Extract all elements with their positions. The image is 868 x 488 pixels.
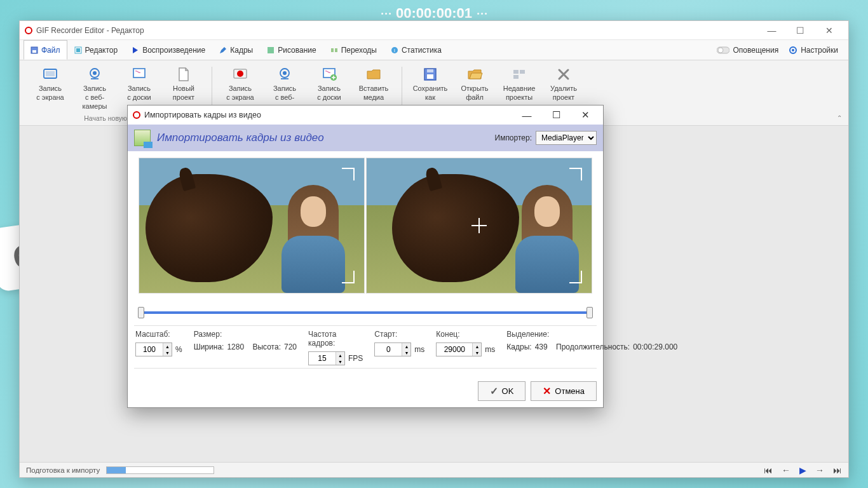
preview-right[interactable] (366, 158, 592, 294)
dialog-titlebar[interactable]: Импортировать кадры из видео — ☐ ✕ (128, 105, 603, 125)
status-text: Подготовка к импорту (26, 466, 100, 474)
draw-icon (267, 46, 275, 54)
dialog-header: Импортировать кадры из видео Импортер: M… (128, 125, 603, 151)
ribbon-save-as[interactable]: Сохранить как (409, 63, 452, 104)
svg-point-10 (718, 48, 723, 53)
crop-corner-icon (342, 168, 355, 180)
tab-file[interactable]: Файл (24, 40, 67, 60)
pencil-icon (219, 46, 227, 54)
crop-corner-icon (342, 271, 355, 283)
ribbon-collapse-button[interactable]: ⌃ (837, 114, 842, 121)
importer-select[interactable]: MediaPlayer (536, 131, 597, 145)
screen-rec-icon (232, 66, 248, 83)
ribbon-delete-project[interactable]: Удалить проект (542, 63, 585, 104)
notifications-button[interactable]: Оповещения (717, 46, 778, 55)
app-icon (25, 27, 32, 34)
check-icon: ✓ (490, 385, 498, 397)
end-input[interactable] (437, 343, 472, 356)
size-label: Размер: (194, 330, 297, 339)
status-progress (106, 466, 214, 474)
window-close-button[interactable]: ✕ (815, 22, 843, 39)
crop-corner-icon (569, 168, 582, 180)
svg-rect-4 (268, 47, 274, 53)
save-icon (31, 46, 38, 54)
params-bar: Масштаб: ▲▼ % Размер: Ширина: 1280 Высот… (134, 325, 597, 369)
scale-spinner[interactable]: ▲▼ (135, 342, 172, 356)
dialog-minimize-button[interactable]: — (518, 107, 536, 123)
dialog-maximize-button[interactable]: ☐ (547, 107, 565, 123)
info-icon: i (391, 46, 398, 54)
ok-button[interactable]: ✓ OK (478, 381, 526, 401)
settings-button[interactable]: Настройки (789, 46, 838, 55)
gear-icon (789, 46, 797, 55)
preview-row (134, 158, 597, 294)
screen-icon (42, 66, 58, 83)
tab-frames[interactable]: Кадры (212, 40, 260, 60)
status-bar: Подготовка к импорту ⏮ ← ▶ → ⏭ (20, 462, 848, 477)
ribbon-webcam-record[interactable]: Запись с веб-камеры (73, 63, 116, 112)
nav-last-button[interactable]: ⏭ (833, 465, 842, 475)
window-minimize-button[interactable]: — (757, 22, 786, 39)
scale-input[interactable] (136, 343, 163, 356)
svg-rect-17 (133, 69, 145, 78)
fps-spinner[interactable]: ▲▼ (308, 351, 345, 365)
editor-icon (74, 46, 82, 54)
dialog-close-button[interactable]: ✕ (576, 107, 594, 123)
svg-rect-26 (427, 69, 433, 72)
fps-input[interactable] (309, 352, 336, 365)
importer-label: Импортер: (495, 133, 532, 142)
ribbon-recent-projects[interactable]: Недавние проекты (498, 63, 541, 104)
svg-rect-5 (331, 48, 334, 52)
dialog-header-title: Импортировать кадры из видео (157, 132, 324, 144)
selection-label: Выделение: (506, 330, 677, 339)
start-input[interactable] (375, 343, 402, 356)
nav-first-button[interactable]: ⏮ (764, 465, 773, 475)
tab-editor[interactable]: Редактор (67, 40, 125, 60)
webcam-icon (86, 66, 103, 83)
app-icon (133, 111, 140, 119)
preview-left[interactable] (139, 158, 365, 294)
import-video-icon (134, 130, 151, 146)
ribbon-screen-record[interactable]: Запись с экрана (29, 63, 72, 112)
nav-play-button[interactable]: ▶ (799, 465, 806, 475)
svg-rect-29 (513, 75, 519, 79)
tab-playback[interactable]: Воспроизведение (125, 40, 212, 60)
overlay-timer: 00:00:00:01 (381, 5, 487, 22)
height-value: 720 (284, 342, 297, 351)
tab-drawing[interactable]: Рисование (260, 40, 323, 60)
cancel-button[interactable]: ✕ Отмена (531, 381, 597, 401)
duration-value: 00:00:29.000 (633, 342, 677, 351)
tab-statistics[interactable]: i Статистика (384, 40, 449, 60)
folder-open-icon (466, 66, 483, 83)
ribbon-open-file[interactable]: Открыть файл (453, 63, 496, 104)
save-icon (422, 66, 438, 83)
svg-rect-28 (520, 70, 525, 74)
dialog-title: Импортировать кадры из видео (144, 111, 261, 119)
svg-rect-25 (427, 74, 433, 79)
toggle-icon (717, 46, 729, 54)
svg-point-19 (237, 71, 243, 77)
main-titlebar: GIF Recorder Editor - Редактор — ☐ ✕ (20, 21, 848, 40)
start-label: Старт: (374, 330, 424, 339)
svg-rect-6 (335, 48, 337, 52)
nav-next-button[interactable]: → (815, 465, 824, 475)
crosshair-icon (471, 218, 487, 233)
transitions-icon (330, 46, 338, 54)
end-spinner[interactable]: ▲▼ (436, 342, 482, 356)
main-menu: Файл Редактор Воспроизведение Кадры Рисо… (20, 40, 848, 60)
timeline-end-handle[interactable] (587, 307, 593, 318)
svg-rect-14 (46, 71, 55, 76)
window-title: GIF Recorder Editor - Редактор (36, 26, 144, 35)
tab-transitions[interactable]: Переходы (323, 40, 384, 60)
svg-text:i: i (394, 48, 395, 53)
nav-prev-button[interactable]: ← (782, 465, 790, 475)
delete-icon (555, 66, 572, 83)
start-spinner[interactable]: ▲▼ (374, 342, 411, 356)
play-icon (132, 46, 139, 54)
window-maximize-button[interactable]: ☐ (786, 22, 815, 39)
end-label: Конец: (436, 330, 495, 339)
svg-point-16 (93, 71, 97, 75)
timeline-start-handle[interactable] (138, 307, 144, 318)
timeline-slider[interactable] (137, 306, 594, 319)
board-icon (131, 66, 147, 83)
